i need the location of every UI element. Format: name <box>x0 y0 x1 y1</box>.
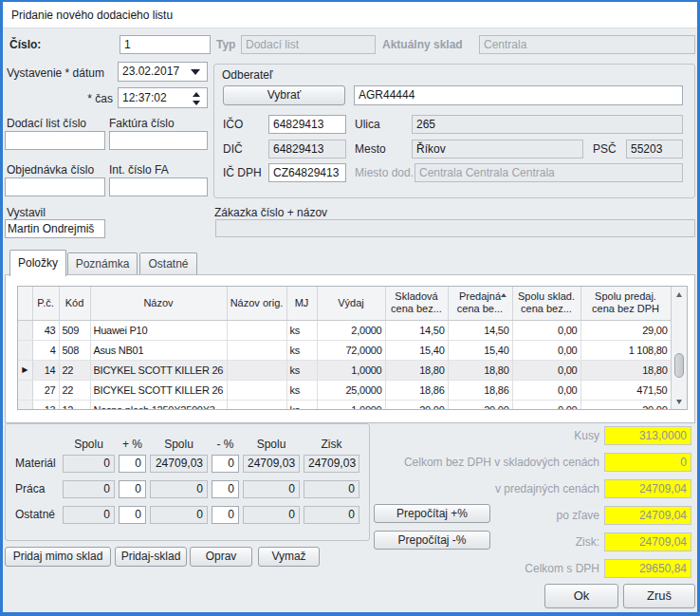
cell-nazov-orig <box>227 400 286 410</box>
cell-skladova-cena: 18,80 <box>385 360 448 380</box>
spin-up-icon[interactable] <box>193 92 200 97</box>
typ-label: Typ <box>216 38 235 51</box>
summary-col-plus: + % <box>119 438 146 451</box>
col-skladova-cena[interactable]: Skladová cena bez... <box>385 287 448 320</box>
grid-body: 43 509 Huawei P10 ks 2,0000 14,50 14,50 … <box>18 320 671 410</box>
col-predajna-cena[interactable]: Predajná cena be... <box>448 287 512 320</box>
totals-row: Zisk: 24709,04 <box>287 532 691 551</box>
table-row[interactable]: 13 12 Nosna plech 1250X2500X3 ks 1,0000 … <box>18 400 671 410</box>
ic-dph-input[interactable]: CZ64829413 <box>268 163 346 182</box>
datum-label: Vystavenie * dátum <box>7 66 104 80</box>
objednavka-cislo-input[interactable] <box>5 177 105 196</box>
datum-input[interactable]: 23.02.2017 <box>118 62 208 82</box>
table-row[interactable]: 27 22 BICYKEL SCOTT KILLER 26 ks 25,0000… <box>18 380 671 400</box>
cell-nazov: Asus NB01 <box>90 340 227 360</box>
aktualny-sklad-label: Aktuálny sklad <box>382 38 463 51</box>
col-vydaj[interactable]: Výdaj <box>317 287 385 320</box>
cislo-label: Číslo: <box>9 38 41 51</box>
cell-nazov-orig <box>227 320 286 340</box>
totals-row: Celkom s DPH 29650,84 <box>287 559 691 578</box>
sort-ascending-icon[interactable] <box>501 293 507 297</box>
faktura-cislo-label: Faktúra číslo <box>109 117 175 130</box>
oprav-button[interactable]: Oprav <box>190 547 252 567</box>
cell-spolu-predaj: 471,50 <box>580 380 671 400</box>
vybrat-button[interactable]: Vybrať <box>223 85 345 105</box>
cell-kod: 12 <box>59 400 90 410</box>
faktura-cislo-input[interactable] <box>109 131 208 150</box>
summary-minus-input[interactable]: 0 <box>212 455 239 473</box>
miesto-dod-input: Centrala Centrala Centrala <box>414 163 683 182</box>
cell-spolu-sklad: 0,00 <box>512 320 580 340</box>
aktualny-sklad-input: Centrala <box>479 35 695 54</box>
objednavka-cislo-label: Objednávka číslo <box>7 163 94 177</box>
dic-label: DIČ <box>223 142 243 156</box>
ico-input[interactable]: 64829413 <box>268 115 346 134</box>
odberatel-group-title: Odberateľ <box>222 68 273 82</box>
cell-nazov: BICYKEL SCOTT KILLER 26 <box>90 360 227 380</box>
cell-nazov-orig <box>227 340 286 360</box>
summary-row-label: Materiál <box>15 457 56 470</box>
ok-button[interactable]: Ok <box>544 584 618 608</box>
tab-polozky[interactable]: Položky <box>9 250 66 276</box>
pridaj-mimo-sklad-button[interactable]: Pridaj mimo sklad <box>5 547 111 567</box>
odberatel-code-input[interactable]: AGR44444 <box>354 85 683 105</box>
tab-poznamka[interactable]: Poznámka <box>67 252 138 276</box>
cell-nazov-orig <box>227 380 286 400</box>
spin-down-icon[interactable] <box>193 101 200 105</box>
cislo-input[interactable]: 1 <box>120 35 211 54</box>
cell-pc: 4 <box>32 340 59 360</box>
cell-nazov: BICYKEL SCOTT KILLER 26 <box>90 380 227 400</box>
cell-kod: 508 <box>59 340 90 360</box>
col-spolu-predaj[interactable]: Spolu predaj. cena bez DPH <box>580 287 671 320</box>
summary-spolu2-input: 0 <box>150 506 208 524</box>
dropdown-arrow-icon[interactable] <box>191 69 200 75</box>
mesto-label: Mesto <box>355 142 386 156</box>
pridaj-sklad-button[interactable]: Pridaj-sklad <box>115 547 187 567</box>
scroll-up-icon[interactable] <box>672 287 687 302</box>
items-table: P.č. Kód Názov Názov orig. MJ Výdaj Skla… <box>18 287 672 410</box>
tab-ostatne[interactable]: Ostatné <box>139 252 197 276</box>
vystavil-input[interactable]: Martin Ondrejmiš <box>5 219 105 238</box>
zrus-button[interactable]: Zruš <box>623 584 695 608</box>
col-spolu-sklad[interactable]: Spolu sklad. cena bez... <box>512 287 580 320</box>
summary-plus-input[interactable]: 0 <box>119 455 146 473</box>
summary-minus-input[interactable]: 0 <box>212 480 239 498</box>
cell-pc: 14 <box>32 360 59 380</box>
mesto-input: Říkov <box>412 140 583 159</box>
cell-kod: 22 <box>59 360 90 380</box>
typ-input: Dodací list <box>241 35 376 54</box>
cell-kod: 509 <box>59 320 90 340</box>
totals-value: 0 <box>604 453 691 472</box>
scrollbar-thumb[interactable] <box>674 353 684 378</box>
int-cislo-fa-input[interactable] <box>109 177 208 196</box>
grid-vertical-scrollbar[interactable] <box>671 287 687 409</box>
ulica-label: Ulica <box>355 118 380 131</box>
cas-label: * čas <box>7 92 113 105</box>
cell-vydaj: 72,0000 <box>317 340 385 360</box>
col-mj[interactable]: MJ <box>286 287 317 320</box>
col-kod[interactable]: Kód <box>59 287 90 320</box>
table-row[interactable]: 43 509 Huawei P10 ks 2,0000 14,50 14,50 … <box>18 320 671 340</box>
cas-input[interactable]: 12:37:02 <box>118 87 208 108</box>
cell-skladova-cena: 18,86 <box>385 380 448 400</box>
cell-nazov: Huawei P10 <box>90 320 227 340</box>
cell-spolu-predaj: 29,00 <box>580 320 671 340</box>
scroll-down-icon[interactable] <box>672 394 687 409</box>
cell-pc: 27 <box>32 380 59 400</box>
summary-spolu2-input: 24709,03 <box>150 455 208 473</box>
summary-col-spolu2: Spolu <box>150 438 208 451</box>
totals-value: 24709,04 <box>604 479 691 498</box>
table-row[interactable]: 4 508 Asus NB01 ks 72,0000 15,40 15,40 0… <box>18 340 671 360</box>
summary-plus-input[interactable]: 0 <box>119 506 146 524</box>
col-nazov[interactable]: Názov <box>90 287 227 320</box>
col-pc[interactable]: P.č. <box>32 287 59 320</box>
table-row[interactable]: ▶ 14 22 BICYKEL SCOTT KILLER 26 ks 1,000… <box>18 360 671 380</box>
cell-nazov: Nosna plech 1250X2500X3 <box>90 400 227 410</box>
summary-minus-input[interactable]: 0 <box>212 506 239 524</box>
cell-nazov-orig <box>227 360 286 380</box>
dodaci-cislo-input[interactable] <box>5 131 105 150</box>
col-nazov-orig[interactable]: Názov orig. <box>227 287 286 320</box>
summary-plus-input[interactable]: 0 <box>119 480 146 498</box>
datum-value: 23.02.2017 <box>122 65 179 78</box>
dodaci-cislo-label: Dodací list číslo <box>7 117 86 130</box>
